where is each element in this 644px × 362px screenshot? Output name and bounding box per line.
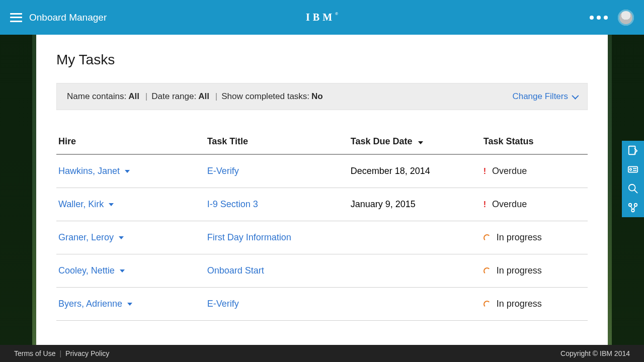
col-header-title[interactable]: Task Title (205, 130, 349, 154)
hire-link[interactable]: Cooley, Nettie (58, 265, 125, 276)
task-due-date (349, 221, 481, 254)
change-filters-label: Change Filters (512, 92, 568, 102)
filter-bar: Name contains: All | Date range: All | S… (56, 83, 588, 110)
footer-separator: | (59, 349, 61, 357)
hire-link[interactable]: Byers, Adrienne (58, 299, 132, 309)
share-icon (627, 202, 638, 213)
col-header-status[interactable]: Task Status (481, 130, 588, 154)
caret-down-icon (119, 236, 124, 239)
status-text: In progress (497, 232, 542, 243)
hire-name: Byers, Adrienne (58, 299, 122, 309)
filter-separator: | (145, 92, 147, 102)
status-text: In progress (497, 265, 542, 276)
logo: IBM® (306, 12, 338, 23)
status-cell: !Overdue (484, 166, 586, 176)
col-header-hire[interactable]: Hire (56, 130, 205, 154)
svg-point-2 (630, 168, 632, 170)
table-row: Waller, KirkI-9 Section 3January 9, 2015… (56, 188, 588, 221)
overdue-icon: ! (484, 200, 486, 209)
hire-name: Graner, Leroy (58, 232, 114, 243)
table-row: Graner, LeroyFirst Day InformationIn pro… (56, 221, 588, 254)
footer: Terms of Use | Privacy Policy Copyright … (0, 345, 644, 362)
caret-down-icon (125, 170, 130, 173)
svg-line-10 (630, 206, 632, 209)
search-icon (627, 183, 638, 194)
filter-separator: | (215, 92, 217, 102)
hire-link[interactable]: Hawkins, Janet (58, 166, 130, 176)
svg-line-11 (633, 206, 635, 209)
logo-reg-mark: ® (335, 12, 338, 16)
filter-date-label: Date range: (151, 92, 196, 102)
task-title-link[interactable]: First Day Information (207, 232, 291, 242)
filter-completed-label: Show completed tasks: (221, 92, 309, 102)
page-title: My Tasks (56, 52, 588, 68)
task-title-link[interactable]: E-Verify (207, 299, 239, 309)
caret-down-icon (127, 303, 132, 306)
task-due-date (349, 288, 481, 321)
logo-text: IBM (306, 12, 335, 23)
svg-point-5 (629, 185, 635, 191)
status-cell: In progress (484, 232, 586, 243)
task-title-link[interactable]: I-9 Section 3 (207, 199, 258, 209)
caret-down-icon (120, 269, 125, 273)
caret-down-icon (109, 203, 114, 206)
sort-desc-icon (418, 141, 423, 144)
in-progress-icon (484, 301, 491, 308)
filter-name-label: Name contains: (67, 92, 126, 102)
task-due-date: December 18, 2014 (349, 154, 481, 188)
dock-card-button[interactable] (622, 160, 644, 179)
status-text: Overdue (492, 166, 527, 176)
hire-name: Cooley, Nettie (58, 265, 115, 276)
hire-name: Hawkins, Janet (58, 166, 120, 176)
app-header: Onboard Manager IBM® (0, 0, 644, 35)
status-cell: !Overdue (484, 199, 586, 210)
table-row: Byers, AdrienneE-VerifyIn progress (56, 288, 588, 321)
card-icon (627, 164, 638, 175)
footer-copyright: Copyright © IBM 2014 (560, 349, 630, 357)
svg-line-6 (634, 190, 637, 193)
col-header-date[interactable]: Task Due Date (349, 130, 481, 154)
filter-completed-value: No (311, 92, 323, 102)
chevron-down-icon (572, 93, 579, 100)
footer-privacy-link[interactable]: Privacy Policy (65, 349, 109, 357)
more-icon[interactable] (590, 16, 608, 20)
table-row: Cooley, NettieOnboard StartIn progress (56, 254, 588, 288)
main-panel: My Tasks Name contains: All | Date range… (36, 35, 608, 345)
in-progress-icon (484, 234, 491, 241)
filter-name-value: All (128, 92, 139, 102)
status-text: In progress (497, 299, 542, 309)
task-title-link[interactable]: Onboard Start (207, 265, 264, 276)
col-header-date-label: Task Due Date (351, 136, 413, 146)
edit-icon (627, 145, 638, 156)
overdue-icon: ! (484, 167, 486, 176)
dock-share-button[interactable] (622, 198, 644, 217)
hire-link[interactable]: Graner, Leroy (58, 232, 124, 243)
filter-date-value: All (198, 92, 209, 102)
app-title: Onboard Manager (29, 12, 107, 23)
task-due-date: January 9, 2015 (349, 188, 481, 221)
tasks-table: Hire Task Title Task Due Date Task Statu… (56, 130, 588, 321)
status-cell: In progress (484, 299, 586, 309)
status-cell: In progress (484, 265, 586, 276)
task-due-date (349, 254, 481, 288)
status-text: Overdue (492, 199, 527, 210)
task-title-link[interactable]: E-Verify (207, 166, 239, 176)
change-filters-button[interactable]: Change Filters (512, 92, 577, 102)
side-dock (622, 141, 644, 217)
avatar[interactable] (618, 10, 634, 26)
table-header-row: Hire Task Title Task Due Date Task Statu… (56, 130, 588, 154)
menu-icon[interactable] (10, 13, 22, 22)
hire-link[interactable]: Waller, Kirk (58, 199, 114, 210)
dock-search-button[interactable] (622, 179, 644, 198)
in-progress-icon (484, 267, 491, 275)
hire-name: Waller, Kirk (58, 199, 104, 210)
dock-edit-button[interactable] (622, 141, 644, 160)
table-row: Hawkins, JanetE-VerifyDecember 18, 2014!… (56, 154, 588, 188)
footer-terms-link[interactable]: Terms of Use (14, 349, 55, 357)
